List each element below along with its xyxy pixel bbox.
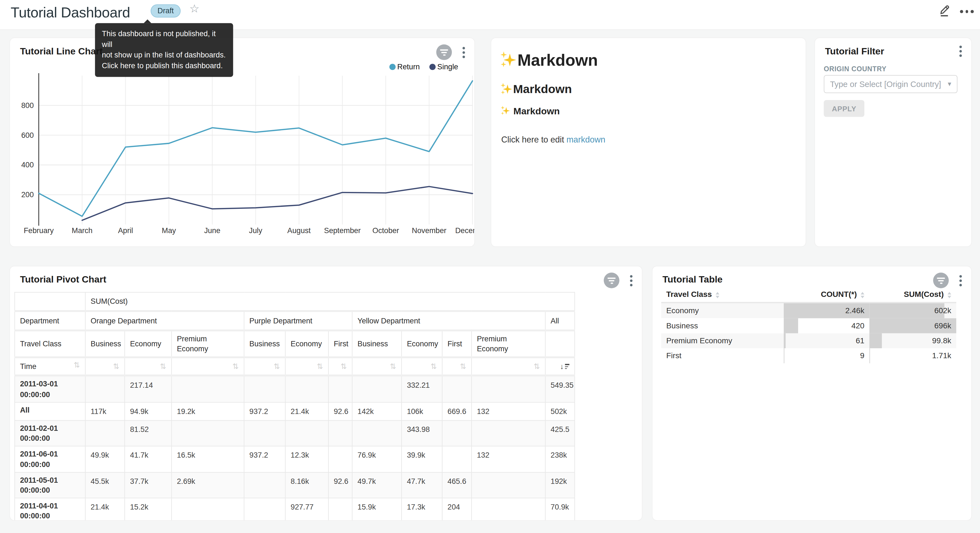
y-axis-tick: 800 [21,101,34,110]
sort-icon[interactable]: ⇅ [431,363,437,370]
sparkles-icon [501,84,512,95]
pivot-cell [442,420,471,446]
pivot-sort-cell[interactable]: ⇅ [85,357,125,376]
column-header-travel-class[interactable]: Travel Class [661,287,784,303]
kebab-menu-icon[interactable] [958,45,963,58]
sort-caret-icon[interactable] [716,292,719,298]
x-axis-tick: September [324,226,361,235]
table-cell-travel-class: Business [661,318,784,333]
pivot-cell: 425.5 [545,420,574,446]
draft-status-badge[interactable]: Draft [151,5,181,18]
pivot-group-header: All [545,311,574,330]
pivot-cell [85,376,125,402]
sort-caret-icon[interactable] [947,292,951,298]
pivot-cell: 106k [402,402,442,420]
pivot-sort-cell[interactable]: ⇅ [402,357,442,376]
x-axis-tick: July [249,226,262,235]
filter-card: Tutorial Filter ORIGIN COUNTRY Type or S… [815,38,972,247]
kebab-menu-icon[interactable] [461,45,466,59]
sort-icon[interactable]: ⇅ [460,363,466,370]
pivot-class-header: Premium Economy [172,330,244,357]
pivot-sort-cell[interactable]: ↓ [545,357,574,376]
x-axis-tick: October [372,226,399,235]
pivot-cell [85,420,125,446]
pivot-sort-cell[interactable]: ⇅ [442,357,471,376]
edit-markdown-link[interactable]: markdown [566,135,605,144]
column-header-count[interactable]: COUNT(*) [784,287,869,303]
sort-icon[interactable]: ⇅ [274,363,280,370]
more-options-ellipsis-icon[interactable] [960,10,974,13]
sort-icon[interactable]: ⇅ [232,363,239,370]
pivot-cell: 17.3k [402,498,442,520]
dashboard-page: Tutorial Dashboard Draft ☆ This dashboar… [0,0,980,533]
x-axis-tick: November [412,226,446,235]
sort-icon[interactable]: ⇅ [340,363,347,370]
pivot-sort-cell[interactable]: ⇅ [285,357,329,376]
value-bar [869,334,882,348]
table-row: First91.71k [661,348,956,363]
sort-icon[interactable]: ⇅ [113,363,119,370]
pivot-cell [442,376,471,402]
pivot-cell: 39.9k [402,446,442,472]
pivot-cell: 332.21 [402,376,442,402]
origin-country-label: ORIGIN COUNTRY [824,65,886,72]
sort-icon[interactable]: ⇅ [534,363,540,370]
pivot-group-header: Orange Department [85,311,244,330]
pivot-sort-cell[interactable]: ⇅ [172,357,244,376]
sort-icon[interactable]: ⇅ [74,362,80,369]
pivot-sort-cell[interactable]: ⇅ [329,357,352,376]
table-cell-count: 61 [784,334,869,348]
pivot-cell [285,420,329,446]
markdown-card: Markdown Markdown Markdown Click here to… [490,38,806,247]
pivot-class-header: First [329,330,352,357]
sort-caret-icon[interactable] [861,292,865,298]
table-card: Tutorial Table Travel ClassCOUNT(*)SUM(C… [652,266,972,521]
filter-count-icon[interactable] [604,273,619,288]
edit-pencil-icon[interactable] [939,3,951,17]
pivot-cell [172,498,244,520]
sparkles-icon [501,53,516,68]
pivot-row: All117k94.9k19.2k937.221.4k92.6142k106k6… [14,402,575,420]
tooltip-line: not show up in the list of dashboards. [102,50,226,61]
filter-count-icon[interactable] [933,273,949,288]
sort-icon[interactable]: ⇅ [317,363,323,370]
legend-item-return[interactable]: Return [389,62,420,71]
sort-desc-active-icon[interactable]: ↓ [560,363,570,370]
pivot-cell [442,446,471,472]
pivot-sort-cell[interactable]: ⇅ [352,357,402,376]
filter-count-icon[interactable] [436,45,452,60]
origin-country-select[interactable]: Type or Select [Origin Country] ▾ [824,75,958,93]
pivot-sort-cell[interactable]: ⇅ [471,357,545,376]
page-title: Tutorial Dashboard [11,5,130,21]
table-cell-count: 2.46k [784,303,869,318]
kebab-menu-icon[interactable] [958,274,963,287]
pivot-cell: 41.7k [125,446,172,472]
legend-item-single[interactable]: Single [429,62,458,71]
favorite-star-icon[interactable]: ☆ [189,2,200,16]
pivot-cell: 15.9k [352,498,402,520]
markdown-heading-1: Markdown [501,51,795,70]
sort-icon[interactable]: ⇅ [390,363,396,370]
pivot-cell: 465.6 [442,472,471,498]
kebab-menu-icon[interactable] [629,274,634,287]
pivot-time-header[interactable]: Time⇅ [14,357,85,376]
pivot-cell [244,472,285,498]
sparkles-icon [501,107,510,115]
pivot-class-header: Premium Economy [471,330,545,357]
pivot-cell: 937.2 [244,446,285,472]
pivot-cell: 45.5k [85,472,125,498]
chart-title: Tutorial Line Chart [20,46,102,56]
y-axis-tick: 600 [21,131,34,139]
pivot-cell: 21.4k [85,498,125,520]
pivot-sort-cell[interactable]: ⇅ [244,357,285,376]
x-axis-tick: February [24,226,54,235]
pivot-cell [471,376,545,402]
sort-icon[interactable]: ⇅ [160,363,166,370]
pivot-sort-cell[interactable]: ⇅ [125,357,172,376]
pivot-cell [244,420,285,446]
pivot-cell: 217.14 [125,376,172,402]
column-header-sum-cost[interactable]: SUM(Cost) [869,287,956,303]
pivot-cell: 49.7k [352,472,402,498]
pivot-row-header: 2011-06-01 00:00:00 [14,446,85,472]
apply-button[interactable]: APPLY [824,100,865,117]
